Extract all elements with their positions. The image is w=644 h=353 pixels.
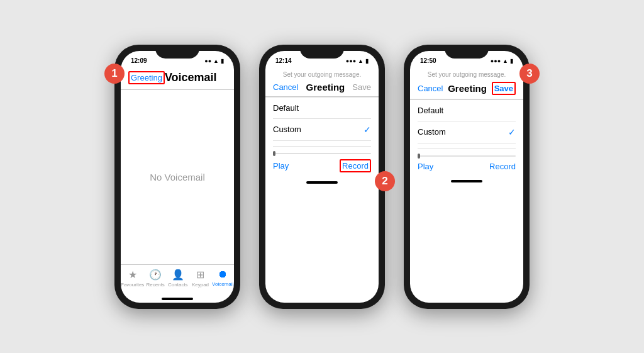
signal-icons-1: ●● ▲ ▮ [204, 58, 224, 64]
signal-icons-2: ●●● ▲ ▮ [346, 58, 369, 64]
phone2-screen: 12:14 ●●● ▲ ▮ Set your outgoing message.… [265, 51, 379, 303]
subtitle-3: Set your outgoing message. [410, 69, 523, 79]
step-badge-2: 2 [375, 171, 395, 191]
signal-icon: ●● [204, 58, 211, 64]
signal-icon-2: ●●● [346, 58, 356, 64]
custom-option-3[interactable]: Custom ✓ [418, 121, 516, 143]
progress-handle-2 [273, 151, 275, 156]
divider-2 [273, 146, 371, 147]
checkmark-2: ✓ [364, 125, 371, 135]
phone1-screen: 12:09 ●● ▲ ▮ Greeting Voicemail No Voice… [121, 51, 234, 303]
no-voicemail-text: No Voicemail [121, 90, 234, 264]
nav-bar-2: Cancel Greeting Save [265, 79, 379, 97]
cancel-btn-3[interactable]: Cancel [418, 84, 443, 93]
phone3-wrapper: 3 12:50 ●●● ▲ ▮ Set your outgoing messag… [404, 45, 530, 309]
step-badge-3: 3 [519, 64, 540, 84]
options-list-2: Default Custom ✓ [265, 97, 379, 141]
signal-icons-3: ●●● ▲ ▮ [491, 58, 513, 64]
home-indicator-1 [162, 298, 193, 300]
wifi-icon-3: ▲ [502, 58, 508, 64]
save-btn-3[interactable]: Save [492, 82, 516, 95]
phone2: 12:14 ●●● ▲ ▮ Set your outgoing message.… [259, 45, 385, 309]
step-badge-1: 1 [104, 64, 125, 84]
battery-icon-2: ▮ [365, 58, 369, 64]
recents-icon: 🕐 [149, 269, 162, 281]
progress-handle-3 [418, 154, 420, 159]
keypad-icon: ⊞ [196, 269, 204, 281]
phone1: 12:09 ●● ▲ ▮ Greeting Voicemail No Voice… [114, 45, 240, 309]
phone2-wrapper: 2 12:14 ●●● ▲ ▮ Set your outgoing messag… [259, 45, 385, 309]
play-btn-3[interactable]: Play [418, 162, 433, 171]
tab-recents[interactable]: 🕐 Recents [144, 269, 167, 288]
playback-row-3: Play Record [410, 157, 523, 176]
default-label-3: Default [418, 106, 443, 115]
record-btn-2[interactable]: Record [340, 159, 371, 172]
tab-label-favourites: Favourites [121, 282, 144, 288]
tab-keypad[interactable]: ⊞ Keypad [189, 269, 212, 288]
greeting-btn[interactable]: Greeting [128, 71, 165, 84]
custom-option-2[interactable]: Custom ✓ [273, 119, 371, 141]
nav-title-2: Greeting [306, 82, 345, 92]
favourites-icon: ★ [128, 269, 137, 281]
phone3-screen: 12:50 ●●● ▲ ▮ Set your outgoing message.… [410, 51, 523, 303]
contacts-icon: 👤 [172, 269, 184, 281]
tab-contacts[interactable]: 👤 Contacts [167, 269, 189, 288]
cancel-btn-2[interactable]: Cancel [273, 82, 298, 92]
phone1-wrapper: 1 12:09 ●● ▲ ▮ Greeting Voicemail No V [114, 45, 240, 309]
options-list-3: Default Custom ✓ [410, 99, 523, 143]
tab-favourites[interactable]: ★ Favourites [121, 269, 144, 288]
tab-bar: ★ Favourites 🕐 Recents 👤 Contacts ⊞ Keyp… [121, 264, 234, 294]
time-3: 12:50 [420, 57, 436, 64]
voicemail-title: Voicemail [165, 71, 217, 84]
home-indicator-2 [306, 181, 338, 184]
tab-label-recents: Recents [147, 282, 165, 288]
nav-bar-3: Cancel Greeting Save [410, 79, 523, 99]
signal-icon-3: ●●● [491, 58, 501, 64]
wifi-icon-2: ▲ [358, 58, 364, 64]
default-label-2: Default [273, 103, 299, 113]
default-option-3[interactable]: Default [418, 100, 516, 121]
time-2: 12:14 [275, 57, 292, 64]
battery-icon-3: ▮ [510, 58, 513, 64]
tab-label-contacts: Contacts [168, 282, 188, 288]
tab-voicemail[interactable]: ⏺ Voicemail [211, 269, 234, 288]
home-indicator-3 [451, 180, 482, 182]
voicemail-icon: ⏺ [218, 269, 228, 280]
playback-row-2: Play Record [265, 154, 379, 177]
notch1 [155, 45, 199, 59]
nav-title-3: Greeting [448, 83, 487, 94]
subtitle-2: Set your outgoing message. [265, 69, 379, 79]
time-1: 12:09 [131, 57, 147, 64]
battery-icon: ▮ [221, 58, 224, 64]
notch3 [445, 45, 489, 59]
divider-3 [418, 148, 516, 149]
checkmark-3: ✓ [508, 127, 516, 137]
play-btn-2[interactable]: Play [273, 161, 289, 171]
voicemail-header: Greeting Voicemail [121, 69, 234, 90]
custom-label-2: Custom [273, 125, 301, 134]
notch2 [300, 45, 344, 59]
custom-label-3: Custom [418, 127, 446, 137]
default-option-2[interactable]: Default [273, 98, 371, 119]
scene: 1 12:09 ●● ▲ ▮ Greeting Voicemail No V [102, 32, 542, 322]
tab-label-voicemail: Voicemail [212, 281, 233, 287]
phone3: 12:50 ●●● ▲ ▮ Set your outgoing message.… [404, 45, 530, 309]
wifi-icon: ▲ [213, 58, 219, 64]
tab-label-keypad: Keypad [192, 282, 209, 288]
record-btn-3[interactable]: Record [489, 162, 516, 171]
save-btn-2[interactable]: Save [352, 82, 371, 92]
